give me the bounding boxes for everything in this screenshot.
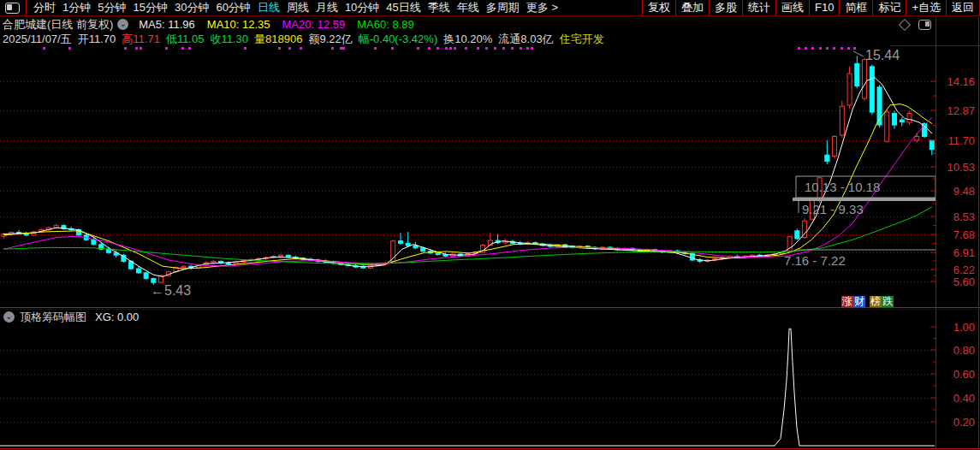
candle [406,232,410,246]
quote-info-bar: 2025/11/07/五开11.70高11.71低11.05收11.30量818… [0,32,604,46]
axis-label: 8.53 [953,210,975,223]
candle [62,224,66,229]
candle [144,272,148,280]
candle [863,57,867,100]
menu-item-画线[interactable]: 画线 [775,0,809,15]
panel-toggle-icon[interactable] [5,3,20,14]
candle [698,258,702,263]
menu-item-+自选[interactable]: +自选 [906,0,946,15]
zone-label: 10.13 - 10.18 [805,180,880,194]
menubar: 分时1分钟5分钟15分钟30分钟60分钟日线周线月线10分钟45日线季线年线多周… [0,0,980,16]
ma-label: MA60: 8.89 [357,18,414,31]
axis-label: 6.22 [953,263,975,276]
ma-legend: MA5: 11.96MA10: 12.35MA20: 12.59MA60: 8.… [139,18,413,31]
title-bar: 合肥城建(日线 前复权) ⌄ MA5: 11.96MA10: 12.35MA20… [0,17,980,32]
badge-财[interactable]: 财 [853,296,865,307]
menu-item-更多 >[interactable]: 更多 > [526,0,558,15]
chevron-down-icon[interactable]: ⌄ [117,19,128,30]
ma-line-MA20 [3,117,932,266]
axis-label: 12.87 [947,104,975,117]
quote-field: 2025/11/07/五 [3,32,72,46]
axis-label: 11.70 [947,134,975,147]
indicator-line [0,329,935,446]
candle [833,135,837,158]
menu-divider [26,0,27,16]
zone-label: 7.16 - 7.22 [784,253,846,268]
stock-title[interactable]: 合肥城建(日线 前复权) [3,17,113,33]
menu-item-统计[interactable]: 统计 [742,0,775,15]
menu-item-5分钟[interactable]: 5分钟 [98,0,126,15]
quote-field: 开11.70 [78,32,116,46]
axis-label: 7.68 [953,228,975,241]
quote-field: 住宅开发 [560,32,604,46]
action-menu: 复权叠加多股统计画线F10简框标记+自选返回 [642,0,980,15]
candle [930,140,934,156]
period-menu: 分时1分钟5分钟15分钟30分钟60分钟日线周线月线10分钟45日线季线年线多周… [33,0,558,15]
badge-涨[interactable]: 涨 [841,296,853,307]
menu-item-F10[interactable]: F10 [809,0,839,15]
axis-label: 10.53 [947,161,975,174]
candle [24,232,28,236]
menu-item-标记[interactable]: 标记 [872,0,906,15]
ma-lines [3,78,932,277]
sub-gridlines [0,351,935,423]
menu-item-简框[interactable]: 简框 [839,0,872,15]
axis-label: 9.48 [953,185,975,198]
menu-item-年线[interactable]: 年线 [457,0,479,15]
quote-field: 高11.71 [122,32,160,46]
badge-榜[interactable]: 榜 [870,296,882,307]
low-label: ←5.43 [151,283,191,298]
peak-label: 15.44 [865,48,900,62]
sub-panel-header: ⌄ 顶格筹码幅图 XG: 0.00 [0,311,139,323]
quote-field: 低11.05 [166,32,205,46]
menu-item-复权[interactable]: 复权 [642,0,675,15]
ma-line-MA5 [3,78,932,277]
badge-跌[interactable]: 跌 [882,296,894,307]
ma-label: MA20: 12.59 [282,18,346,31]
axis-label: 0.40 [953,392,975,405]
menu-item-60分钟[interactable]: 60分钟 [216,0,250,15]
axis-label: 0.20 [953,416,975,429]
menu-item-分时[interactable]: 分时 [33,0,56,15]
menu-item-周线[interactable]: 周线 [287,0,309,15]
candle [787,236,792,253]
split-pane-icon[interactable] [918,20,931,30]
axis-label: 5.60 [953,275,975,288]
signal-dots [43,47,856,50]
quote-field: 幅-0.40(-3.42%) [359,32,437,46]
menu-item-季线[interactable]: 季线 [428,0,450,15]
axis-label: 6.91 [953,246,975,259]
candle [840,101,844,138]
quote-field: 流通8.03亿 [498,32,553,46]
menu-item-多周期[interactable]: 多周期 [486,0,520,15]
menu-item-多股[interactable]: 多股 [709,0,742,15]
chart-canvas: 10.13 - 10.189.21 - 9.337.16 - 7.2215.44… [0,0,980,450]
menu-item-月线[interactable]: 月线 [316,0,338,15]
title-icons [900,19,931,30]
indicator-title[interactable]: 顶格筹码幅图 [20,310,86,325]
menu-item-30分钟[interactable]: 30分钟 [175,0,209,15]
trading-terminal: 10.13 - 10.189.21 - 9.337.16 - 7.2215.44… [0,0,980,450]
axis-label: 14.16 [947,75,975,88]
candle [893,111,897,129]
ma-label: MA10: 12.35 [207,18,270,31]
quote-field: 额9.22亿 [308,32,352,46]
diamond-icon[interactable] [899,18,911,30]
candle [907,111,912,125]
candle [900,117,904,126]
chevron-down-icon[interactable]: ⌄ [3,311,15,323]
menu-item-10分钟[interactable]: 10分钟 [345,0,379,15]
candle [847,67,852,109]
menu-item-叠加[interactable]: 叠加 [675,0,709,15]
menu-item-45日线[interactable]: 45日线 [386,0,420,15]
menu-item-返回[interactable]: 返回 [946,0,980,15]
badge-group: 涨财榜跌 [841,296,894,307]
menu-item-日线[interactable]: 日线 [258,0,280,15]
candle [870,64,874,115]
menu-item-1分钟[interactable]: 1分钟 [62,0,91,15]
quote-field: 换10.20% [443,32,492,46]
axis-label: 0.80 [953,344,975,357]
quote-field: 量818906 [254,32,302,46]
candle [795,228,799,240]
menu-item-15分钟[interactable]: 15分钟 [133,0,167,15]
